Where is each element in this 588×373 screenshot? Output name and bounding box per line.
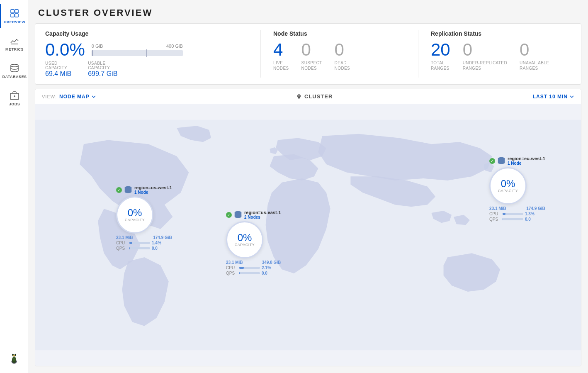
region-us-west-1-qps-label: QPS xyxy=(116,246,128,251)
capacity-bar-inner xyxy=(92,50,93,56)
time-selector[interactable]: LAST 10 MIN xyxy=(533,94,574,100)
sidebar: OVERVIEW METRICS DATABASES JOBS xyxy=(0,0,28,373)
region-us-west-1-label-row: ✓ region=us-west-1 1 Node xyxy=(116,185,172,195)
svg-rect-1 xyxy=(15,10,18,13)
live-nodes-label: LIVENODES xyxy=(273,60,289,71)
svg-point-14 xyxy=(14,353,16,356)
region-us-east-1-qps-label: QPS xyxy=(226,271,238,275)
region-us-east-1-label-row: ✓ region=us-east-1 2 Nodes xyxy=(226,210,281,219)
map-toolbar: VIEW: NODE MAP CLUSTER LAST 10 MIN xyxy=(35,89,581,104)
region-us-east-1-qps-row: QPS 0.0 xyxy=(226,271,281,275)
capacity-bar-outer xyxy=(92,50,183,56)
region-us-east-1-name: region=us-east-1 xyxy=(244,210,281,215)
sidebar-item-databases[interactable]: DATABASES xyxy=(0,59,28,83)
region-eu-west-1-cpu-value: 1.3% xyxy=(525,212,535,216)
region-us-east-1-cpu-label: CPU xyxy=(226,266,238,270)
view-selector-label: NODE MAP xyxy=(59,94,90,100)
used-label: USEDCAPACITY xyxy=(45,61,71,70)
region-eu-west-1-pct: 0% xyxy=(501,179,515,189)
region-us-east-1[interactable]: ✓ region=us-east-1 2 Nodes 0% CAPACITY xyxy=(226,210,281,276)
time-selector-label: LAST 10 MIN xyxy=(533,94,568,100)
usable-value: 699.7 GiB xyxy=(88,70,117,78)
replication-numbers-row: 20 TOTALRANGES 0 UNDER-REPLICATEDRANGES … xyxy=(431,41,571,71)
svg-point-17 xyxy=(13,356,14,356)
sidebar-item-overview[interactable]: OVERVIEW xyxy=(0,4,28,28)
dead-nodes-count: 0 xyxy=(335,41,344,59)
cockroach-logo-container xyxy=(7,351,21,366)
region-us-west-1-cpu-value: 1.4% xyxy=(152,241,161,245)
node-status-title: Node Status xyxy=(273,30,406,37)
svg-rect-0 xyxy=(11,10,14,13)
svg-point-19 xyxy=(298,95,299,96)
bar-start-label: 0 GiB xyxy=(92,44,103,49)
region-us-west-1-qps-row: QPS 0.0 xyxy=(116,246,172,251)
region-us-east-1-cpu-row: CPU 2.1% xyxy=(226,266,281,270)
total-ranges-group: 20 TOTALRANGES xyxy=(431,41,450,71)
region-us-east-1-mem-used: 23.1 MiB xyxy=(226,260,243,265)
region-us-east-1-qps-bar xyxy=(239,272,260,274)
region-eu-west-1-db-icon xyxy=(497,156,506,166)
region-eu-west-1[interactable]: ✓ region=eu-west-1 1 Node 0% CAPACITY xyxy=(489,156,545,222)
bar-mid-label: 400 GiB xyxy=(166,44,183,49)
region-eu-west-1-qps-bar-fill xyxy=(503,218,503,220)
sidebar-item-jobs-label: JOBS xyxy=(9,102,20,106)
suspect-nodes-label: SUSPECTNODES xyxy=(301,60,322,71)
metrics-icon xyxy=(10,36,19,46)
page-title: CLUSTER OVERVIEW xyxy=(28,0,588,23)
world-map: ✓ region=us-west-1 1 Node 0% CAPACITY xyxy=(35,104,581,366)
region-us-west-1-mem-used: 23.1 MiB xyxy=(116,235,133,240)
region-eu-west-1-qps-bar xyxy=(503,218,523,220)
view-selector[interactable]: NODE MAP xyxy=(59,94,96,100)
capacity-bar-labels: 0 GiB 400 GiB xyxy=(92,44,183,49)
region-us-west-1-pct: 0% xyxy=(128,208,142,218)
region-eu-west-1-check: ✓ xyxy=(489,158,495,164)
cockroach-logo xyxy=(7,351,21,365)
region-us-east-1-cpu-value: 2.1% xyxy=(262,266,271,270)
region-us-west-1-qps-value: 0.0 xyxy=(152,246,158,251)
region-eu-west-1-nodes: 1 Node xyxy=(508,161,545,166)
used-capacity-group: USEDCAPACITY 69.4 MiB xyxy=(45,61,71,78)
cluster-label: CLUSTER xyxy=(304,93,333,100)
region-eu-west-1-cpu-bar xyxy=(503,213,523,215)
region-eu-west-1-mem: 23.1 MiB 174.9 GiB xyxy=(489,206,545,211)
region-us-west-1-name: region=us-west-1 xyxy=(134,185,172,190)
region-us-west-1-mem-total: 174.9 GiB xyxy=(153,235,172,240)
stats-card: Capacity Usage 0.0% 0 GiB 400 GiB USEDCA xyxy=(35,23,581,85)
region-us-west-1-capacity-label: CAPACITY xyxy=(125,218,145,222)
unavailable-label: UNAVAILABLERANGES xyxy=(520,60,549,71)
sidebar-item-metrics[interactable]: METRICS xyxy=(0,32,28,56)
region-us-west-1-qps-bar xyxy=(129,247,150,249)
region-us-east-1-pct: 0% xyxy=(238,233,252,243)
under-replicated-count: 0 xyxy=(463,41,472,59)
svg-point-13 xyxy=(12,353,14,356)
usable-capacity-group: USABLECAPACITY 699.7 GiB xyxy=(88,61,117,78)
total-ranges-label: TOTALRANGES xyxy=(431,60,450,71)
region-us-east-1-capacity-label: CAPACITY xyxy=(235,243,255,247)
dead-nodes-label: DEADNODES xyxy=(335,60,350,71)
node-status-section: Node Status 4 LIVENODES 0 SUSPECTNODES 0… xyxy=(261,30,418,78)
capacity-bar-block: 0 GiB 400 GiB xyxy=(92,44,183,56)
total-ranges-count: 20 xyxy=(431,41,450,59)
unavailable-group: 0 UNAVAILABLERANGES xyxy=(520,41,549,71)
region-us-east-1-mem-total: 349.8 GiB xyxy=(262,260,281,265)
jobs-icon xyxy=(10,90,19,100)
region-us-east-1-circle: 0% CAPACITY xyxy=(226,221,263,258)
databases-icon xyxy=(10,63,19,73)
region-us-west-1-mem: 23.1 MiB 174.9 GiB xyxy=(116,235,172,240)
chevron-down-icon-2 xyxy=(569,94,574,99)
region-us-east-1-check: ✓ xyxy=(226,212,232,218)
view-label: VIEW: xyxy=(42,94,57,99)
used-value: 69.4 MiB xyxy=(45,70,71,78)
sidebar-item-overview-label: OVERVIEW xyxy=(4,20,25,24)
region-us-west-1[interactable]: ✓ region=us-west-1 1 Node 0% CAPACITY xyxy=(116,185,172,251)
region-us-west-1-qps-bar-fill xyxy=(129,247,130,249)
region-eu-west-1-qps-label: QPS xyxy=(489,217,501,222)
region-us-west-1-check: ✓ xyxy=(116,187,122,193)
region-eu-west-1-mem-used: 23.1 MiB xyxy=(489,206,506,211)
sidebar-item-databases-label: DATABASES xyxy=(2,75,27,79)
node-numbers-row: 4 LIVENODES 0 SUSPECTNODES 0 DEADNODES xyxy=(273,41,406,71)
svg-point-5 xyxy=(11,64,18,67)
suspect-nodes-count: 0 xyxy=(301,41,311,59)
sidebar-item-jobs[interactable]: JOBS xyxy=(0,86,28,110)
region-eu-west-1-cpu-label: CPU xyxy=(489,212,501,216)
